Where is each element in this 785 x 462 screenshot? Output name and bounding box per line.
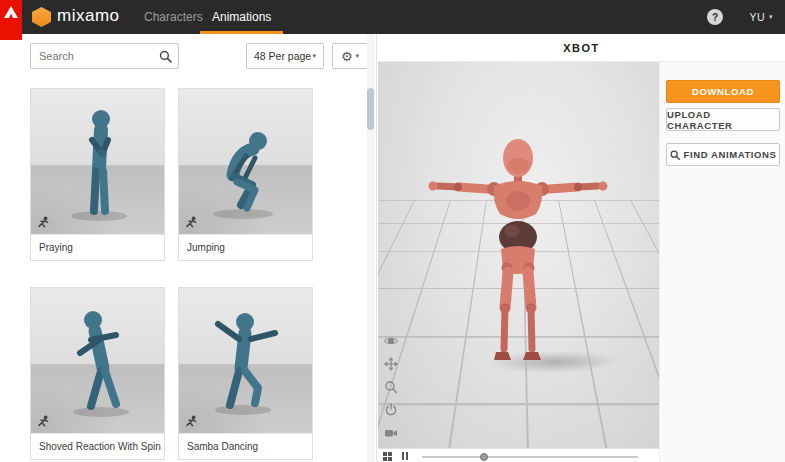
animation-thumbnail[interactable] [31,288,164,433]
animation-thumbnail[interactable] [31,89,164,234]
adobe-logo[interactable] [0,0,22,40]
help-icon[interactable]: ? [707,9,723,25]
power-icon[interactable] [384,403,398,417]
character-figure-samba [179,288,312,431]
character-viewer-region: XBOT [378,34,785,462]
motion-icon [37,216,50,229]
per-page-select[interactable]: 48 Per page ▾ [246,43,324,69]
layout-grid-icon[interactable] [383,452,392,461]
character-figure-shoved [31,288,164,431]
character-figure-praying [31,89,164,234]
animation-card-samba-dancing[interactable]: Samba Dancing [178,287,313,460]
timeline-track[interactable] [422,456,638,458]
gear-icon: ⚙ [341,50,353,63]
playback-timeline [378,448,659,462]
animation-card-label: Praying [31,234,164,260]
mixamo-logo-icon [32,7,51,27]
search-box [30,43,179,69]
orbit-icon[interactable] [384,334,398,348]
animation-card-label: Shoved Reaction With Spin [31,433,164,459]
upload-label: UPLOAD CHARACTER [667,109,779,131]
motion-icon [185,415,198,428]
chevron-down-icon: ▾ [312,52,316,60]
scrollbar-thumb[interactable] [367,88,374,130]
user-initials: YU [749,11,765,23]
animation-card-label: Jumping [179,234,312,260]
adobe-a-icon [4,6,18,18]
camera-icon[interactable] [384,426,398,440]
motion-icon [185,216,198,229]
animations-browser-panel: 48 Per page ▾ ⚙ ▾ [0,34,377,462]
chevron-down-icon: ▾ [356,52,360,60]
animation-thumbnail[interactable] [179,288,312,433]
animation-card-jumping[interactable]: Jumping [178,88,313,261]
find-animations-button[interactable]: FIND ANIMATIONS [666,143,780,166]
tab-animations[interactable]: Animations [200,0,283,34]
character-name: XBOT [563,42,600,54]
search-input[interactable] [31,44,178,68]
chevron-down-icon: ▾ [769,13,773,21]
animation-card-label: Samba Dancing [179,433,312,459]
search-icon[interactable] [159,50,172,63]
search-icon [670,150,680,160]
xbot-character [378,62,659,448]
character-figure-jumping [179,89,312,234]
viewer-header: XBOT [378,34,785,62]
timeline-scrubber[interactable] [480,453,488,461]
download-button[interactable]: DOWNLOAD [666,80,780,103]
3d-viewport[interactable] [378,62,659,448]
user-menu[interactable]: YU ▾ [749,0,773,34]
find-label: FIND ANIMATIONS [684,149,777,160]
animation-thumbnail[interactable] [179,89,312,234]
animation-card-shoved-reaction[interactable]: Shoved Reaction With Spin [30,287,165,460]
upload-character-button[interactable]: UPLOAD CHARACTER [666,108,780,131]
animation-grid: Praying [30,88,313,460]
pause-icon[interactable] [402,452,410,460]
pan-icon[interactable] [384,357,398,371]
download-label: DOWNLOAD [692,86,754,97]
motion-icon [37,415,50,428]
viewport-toolbar [384,334,398,440]
top-navigation-bar: mixamo Characters Animations ? YU ▾ [0,0,785,34]
brand-wordmark: mixamo [57,6,120,26]
mixamo-app: mixamo Characters Animations ? YU ▾ 48 P… [0,0,785,462]
zoom-icon[interactable] [384,380,398,394]
per-page-value: 48 Per page [254,50,311,62]
animation-card-praying[interactable]: Praying [30,88,165,261]
action-panel: DOWNLOAD UPLOAD CHARACTER FIND ANIMATION… [659,62,785,462]
settings-dropdown-button[interactable]: ⚙ ▾ [332,43,368,69]
panel-scrollbar[interactable] [367,34,375,462]
